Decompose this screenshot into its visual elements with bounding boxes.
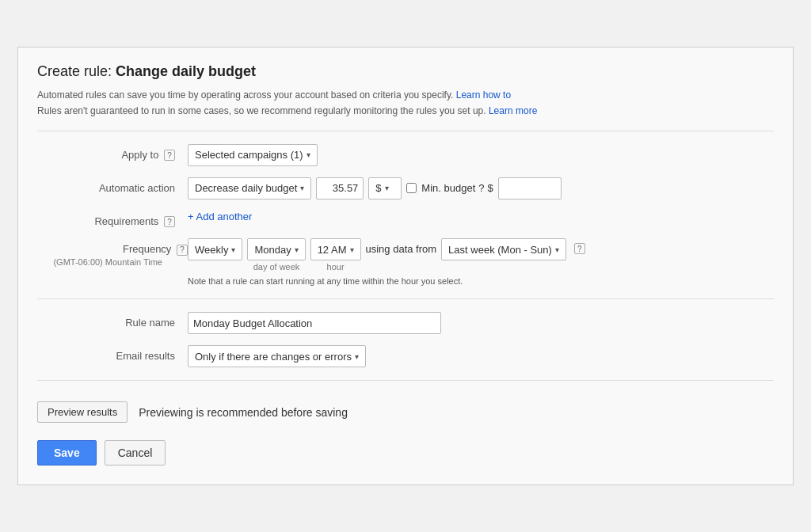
freq-day-value: Monday [254,244,291,256]
freq-hour-sublabel: hour [327,262,345,272]
frequency-label-col: Frequency ? (GMT-06:00) Mountain Time [37,238,188,267]
info-line1-text: Automated rules can save you time by ope… [37,89,453,101]
rule-name-row: Rule name [37,312,774,334]
apply-to-arrow: ▾ [307,150,310,159]
automatic-action-controls: Decrease daily budget ▾ $ ▾ Min. budget … [188,177,562,200]
email-results-value: Only if there are changes or errors [195,351,352,363]
apply-to-controls: Selected campaigns (1) ▾ [188,144,318,166]
requirements-row: Requirements ? + Add another [37,211,774,228]
apply-to-help-icon[interactable]: ? [164,150,175,161]
data-range-dropdown[interactable]: Last week (Mon - Sun) ▾ [441,238,566,260]
learn-more-link[interactable]: Learn more [489,105,537,116]
freq-weekly-col: Weekly ▾ [188,238,242,260]
email-results-row: Email results Only if there are changes … [37,345,774,367]
requirements-controls: + Add another [188,211,252,222]
currency-arrow: ▾ [385,184,389,192]
cancel-button[interactable]: Cancel [105,440,166,466]
title-main: Change daily budget [116,63,256,79]
email-results-dropdown[interactable]: Only if there are changes or errors ▾ [188,345,366,367]
freq-day-dropdown[interactable]: Monday ▾ [247,238,305,260]
data-range-value: Last week (Mon - Sun) [448,244,552,256]
save-button[interactable]: Save [37,440,97,466]
freq-weekly-dropdown[interactable]: Weekly ▾ [188,238,242,260]
min-budget-group: Min. budget ? $ [406,182,493,194]
freq-day-arrow: ▾ [295,245,299,254]
currency-value: $ [375,182,381,194]
learn-how-link[interactable]: Learn how to [456,89,511,101]
automatic-action-row: Automatic action Decrease daily budget ▾… [37,177,774,200]
freq-hour-value: 12 AM [318,244,347,256]
preview-row: Preview results Previewing is recommende… [37,393,774,431]
rule-name-input[interactable] [188,312,441,334]
freq-hour-dropdown[interactable]: 12 AM ▾ [310,238,361,260]
apply-to-row: Apply to ? Selected campaigns (1) ▾ [37,144,774,166]
email-results-label-text: Email results [116,350,175,362]
action-row: Save Cancel [37,431,774,466]
action-arrow: ▾ [300,184,304,192]
freq-data-range-col: Last week (Mon - Sun) ▾ [441,238,566,260]
freq-note: Note that a rule can start running at an… [188,276,585,286]
email-results-arrow: ▾ [355,352,359,361]
frequency-sublabel: (GMT-06:00) Mountain Time [37,257,175,267]
apply-to-label-text: Apply to [121,149,158,161]
freq-weekly-arrow: ▾ [231,245,235,254]
freq-hour-col: 12 AM ▾ hour [310,238,361,272]
min-budget-help-icon[interactable]: ? [478,182,484,194]
email-results-label: Email results [37,345,188,362]
rule-name-label: Rule name [37,312,188,329]
add-another-link[interactable]: + Add another [188,211,252,222]
requirements-help-icon[interactable]: ? [164,216,175,227]
frequency-content: Weekly ▾ Monday ▾ day of week 12 AM ▾ [188,238,585,286]
preview-results-button[interactable]: Preview results [37,401,128,423]
frequency-label-text: Frequency [123,243,171,255]
data-range-help-icon[interactable]: ? [574,243,585,254]
frequency-row: Frequency ? (GMT-06:00) Mountain Time We… [37,238,774,286]
info-line2-text: Rules aren't guaranteed to run in some c… [37,105,486,116]
frequency-controls: Weekly ▾ Monday ▾ day of week 12 AM ▾ [188,238,585,272]
min-budget-currency: $ [488,182,493,194]
freq-day-sublabel: day of week [253,262,300,272]
rule-name-label-text: Rule name [125,317,175,329]
apply-to-value: Selected campaigns (1) [195,149,303,161]
requirements-label-text: Requirements [94,215,158,227]
info-line1: Automated rules can save you time by ope… [37,88,774,102]
title-prefix: Create rule: [37,63,116,79]
frequency-help-icon[interactable]: ? [177,245,188,256]
currency-dropdown[interactable]: $ ▾ [368,177,402,200]
freq-weekly-value: Weekly [195,244,228,256]
data-range-arrow: ▾ [555,245,559,254]
automatic-action-label-text: Automatic action [99,182,175,194]
rule-name-controls [188,312,441,334]
action-value: Decrease daily budget [195,182,297,194]
action-dropdown[interactable]: Decrease daily budget ▾ [188,177,311,200]
requirements-label: Requirements ? [37,211,188,228]
frequency-label: Frequency ? [37,238,188,256]
page-title: Create rule: Change daily budget [37,63,774,80]
apply-to-label: Apply to ? [37,144,188,162]
info-line2: Rules aren't guaranteed to run in some c… [37,104,774,118]
automatic-action-label: Automatic action [37,177,188,194]
apply-to-dropdown[interactable]: Selected campaigns (1) ▾ [188,144,318,166]
freq-hour-arrow: ▾ [350,245,354,254]
using-data-label: using data from [366,238,437,255]
bottom-divider [37,380,774,381]
email-results-controls: Only if there are changes or errors ▾ [188,345,366,367]
top-divider [37,131,774,131]
mid-divider [37,298,774,299]
min-budget-checkbox[interactable] [406,183,417,193]
amount-input[interactable] [316,177,364,200]
min-budget-input[interactable] [498,177,562,200]
min-budget-label-text: Min. budget [421,182,475,194]
main-container: Create rule: Change daily budget Automat… [17,47,794,486]
freq-day-col: Monday ▾ day of week [247,238,305,272]
preview-note: Previewing is recommended before saving [139,406,348,419]
